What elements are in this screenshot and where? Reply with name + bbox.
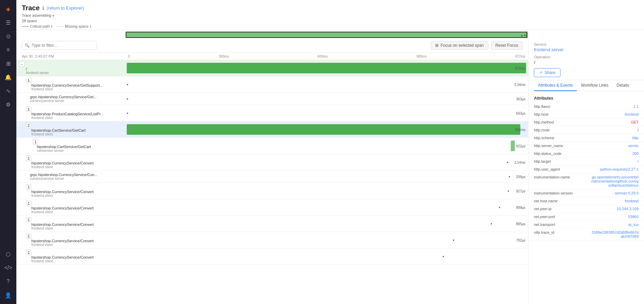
- timeline-header: Apr 30, 2:45:07 PM 0 300ms 600ms 900ms 9…: [16, 53, 528, 60]
- span-timeline-col[interactable]: 956ms: [125, 121, 528, 137]
- span-row[interactable]: 1hipstershop.CurrencyService/Convertfron…: [16, 232, 528, 248]
- span-row[interactable]: 2hipstershop.CartService/GetCartfrontend…: [16, 121, 528, 138]
- attribute-row: instrumentation.versionsemver:0.29.0: [528, 189, 644, 197]
- tab-attributes-events[interactable]: Attributes & Events: [534, 80, 577, 91]
- expand-button[interactable]: 1: [26, 106, 31, 112]
- expand-button[interactable]: 1: [26, 184, 31, 190]
- span-name-text: hipstershop.CurrencyService/Convert: [31, 206, 123, 210]
- span-name-col: −/frontend server: [16, 60, 125, 76]
- span-tick: [127, 84, 128, 85]
- span-operation-name: grpc.hipstershop.CurrencyService/Get...c…: [19, 95, 123, 103]
- attribute-row: net.host.namefrontend: [528, 197, 644, 205]
- tick-900: 900ms: [416, 55, 427, 58]
- expand-button[interactable]: 1: [26, 78, 31, 83]
- bell-icon[interactable]: 🔔: [2, 71, 14, 83]
- span-timeline-col[interactable]: 2.14ms: [125, 154, 528, 170]
- attribute-value: frontend: [591, 199, 639, 203]
- return-to-explorer-link[interactable]: (return to Explorer): [47, 5, 84, 11]
- expand-button[interactable]: 1: [26, 156, 31, 161]
- menu-icon[interactable]: ☰: [2, 16, 14, 29]
- span-name-text: hipstershop.CartService/GetCart: [37, 145, 123, 149]
- span-timeline-col[interactable]: 643μs: [125, 105, 528, 121]
- attribute-value: server: [591, 144, 639, 148]
- span-bar-container: [127, 173, 527, 180]
- span-timeline-col[interactable]: 972ms: [125, 60, 528, 76]
- span-duration: 2.14ms: [514, 160, 525, 164]
- grid-icon[interactable]: ⊞: [2, 57, 14, 70]
- help-icon[interactable]: ?: [2, 275, 14, 288]
- home-icon[interactable]: ⊙: [2, 30, 14, 42]
- span-row[interactable]: 1hipstershop.CurrencyService/Convertfron…: [16, 199, 528, 216]
- user-icon[interactable]: 👤: [2, 289, 14, 301]
- span-row[interactable]: 1hipstershop.CurrencyService/Convertfron…: [16, 216, 528, 232]
- timeline-minimap[interactable]: ▲▼: [125, 30, 528, 38]
- span-indent: 1: [19, 78, 123, 83]
- span-operation-name: hipstershop.CurrencyService/Convertfront…: [19, 239, 123, 247]
- expand-button[interactable]: 1: [33, 139, 38, 145]
- share-icon: ↗: [539, 70, 542, 75]
- span-row[interactable]: 1hipstershop.CurrencyService/Convertfron…: [16, 183, 528, 199]
- info-icon[interactable]: ℹ: [42, 5, 44, 11]
- chart-icon[interactable]: ∿: [2, 85, 14, 97]
- filter-input[interactable]: [22, 41, 97, 50]
- span-service-text: frontend client: [31, 132, 123, 136]
- span-duration: 885μs: [516, 222, 525, 226]
- span-duration: 209μs: [516, 175, 525, 178]
- span-timeline-col[interactable]: [125, 248, 528, 264]
- spans-list[interactable]: −/frontend server972ms1hipstershop.Curre…: [16, 60, 528, 304]
- span-timeline-col[interactable]: 303μs: [125, 93, 528, 105]
- expand-button[interactable]: 1: [26, 233, 31, 239]
- span-tick: [508, 190, 509, 192]
- attribute-value: 1.1: [591, 104, 639, 108]
- reset-focus-button[interactable]: Reset Focus: [491, 41, 523, 50]
- code-icon[interactable]: </>: [2, 262, 14, 274]
- expand-button[interactable]: 1: [26, 201, 31, 206]
- logo-icon[interactable]: ◈: [2, 3, 14, 15]
- expand-button[interactable]: 1: [26, 250, 31, 255]
- expand-button[interactable]: 1: [26, 217, 31, 222]
- span-row[interactable]: −/frontend server972ms: [16, 60, 528, 76]
- critical-path-label: Critical path: [30, 24, 50, 28]
- span-name-text: /: [26, 67, 123, 71]
- span-duration: 922μs: [516, 144, 525, 148]
- span-row[interactable]: grpc.hipstershop.CurrencyService/Get...c…: [16, 93, 528, 105]
- attribute-value: go.opentelemetry.io/contrib/instrumentat…: [591, 175, 639, 187]
- expand-button[interactable]: 2: [26, 123, 31, 128]
- tab-workflow-links[interactable]: Workflow Links: [577, 80, 612, 91]
- span-row[interactable]: 1hipstershop.CartService/GetCartcartserv…: [16, 138, 528, 154]
- span-name-col: 1hipstershop.CurrencyService/Convertfron…: [16, 248, 125, 264]
- attribute-row: http.target/: [528, 158, 644, 165]
- span-row[interactable]: 1hipstershop.CurrencyService/Convertfron…: [16, 154, 528, 171]
- cube-icon[interactable]: ⬡: [2, 248, 14, 260]
- minimap-bar[interactable]: ▲▼: [125, 31, 528, 38]
- span-row[interactable]: grpc.hipstershop.CurrencyService/Con...c…: [16, 171, 528, 183]
- span-row[interactable]: 1hipstershop.CurrencyService/GetSupport.…: [16, 76, 528, 93]
- tab-details[interactable]: Details: [613, 80, 633, 91]
- span-operation-name: hipstershop.CurrencyService/Convertfront…: [19, 161, 123, 169]
- gear-icon[interactable]: ⚙: [2, 98, 14, 111]
- span-timeline-col[interactable]: 885μs: [125, 216, 528, 232]
- span-bar: [511, 141, 515, 151]
- service-name-link[interactable]: frontend server: [534, 47, 639, 52]
- list-icon[interactable]: ≡: [2, 44, 14, 56]
- focus-selected-span-button[interactable]: ⊞ Focus on selected span: [431, 41, 488, 50]
- collapse-button[interactable]: −: [19, 61, 25, 67]
- span-timeline-col[interactable]: 209μs: [125, 171, 528, 183]
- span-timeline-col[interactable]: 922μs: [125, 138, 528, 154]
- span-timeline-col[interactable]: 927μs: [125, 183, 528, 199]
- span-timeline-col[interactable]: 909μs: [125, 199, 528, 215]
- span-row[interactable]: 1hipstershop.ProductCatalogService/ListP…: [16, 105, 528, 121]
- span-timeline-col[interactable]: 3.34ms: [125, 76, 528, 92]
- span-operation-name: hipstershop.ProductCatalogService/ListPr…: [19, 112, 123, 120]
- spans-count: 28 spans: [22, 19, 37, 23]
- share-button[interactable]: ↗ Share: [534, 68, 561, 77]
- span-row[interactable]: 1hipstershop.CurrencyService/Convertfron…: [16, 248, 528, 265]
- missing-spans-label: Missing spans: [65, 24, 89, 28]
- tick-300: 300ms: [219, 55, 229, 58]
- span-service-text: currencyservice server: [30, 99, 123, 103]
- span-bar-container: [127, 186, 527, 196]
- span-timeline-col[interactable]: 792μs: [125, 232, 528, 248]
- span-name-text: hipstershop.CurrencyService/Convert: [31, 190, 123, 194]
- span-name-col: 1hipstershop.ProductCatalogService/ListP…: [16, 105, 125, 121]
- span-name-text: hipstershop.CurrencyService/Convert: [31, 161, 123, 165]
